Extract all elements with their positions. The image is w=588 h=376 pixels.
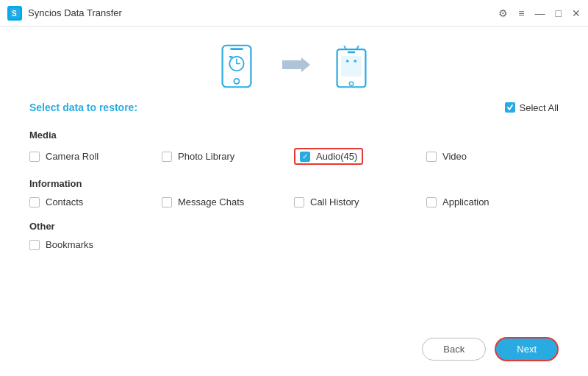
select-all-label[interactable]: Select All: [520, 102, 559, 113]
app-logo: S: [7, 6, 22, 21]
label-photo-library: Photo Library: [178, 151, 234, 162]
checkbox-application[interactable]: [426, 197, 437, 207]
check-item-video[interactable]: Video: [426, 148, 559, 165]
category-information-label: Information: [29, 178, 559, 189]
category-media-label: Media: [29, 130, 559, 141]
settings-icon[interactable]: ⚙: [498, 8, 508, 18]
media-items: Camera Roll Photo Library Audio(45) Vide…: [29, 148, 559, 165]
select-all-area[interactable]: Select All: [505, 102, 559, 113]
back-button[interactable]: Back: [422, 338, 486, 361]
title-bar-left: S Syncios Data Transfer: [7, 6, 122, 21]
svg-rect-12: [341, 56, 362, 77]
label-application: Application: [442, 196, 490, 207]
transfer-visual: [29, 26, 559, 102]
check-item-audio[interactable]: Audio(45): [294, 148, 426, 165]
checkbox-contacts[interactable]: [29, 197, 40, 207]
check-item-message-chats[interactable]: Message Chats: [162, 196, 294, 207]
checkbox-audio[interactable]: [300, 152, 310, 162]
label-contacts: Contacts: [46, 196, 83, 207]
check-item-call-history[interactable]: Call History: [294, 196, 426, 207]
menu-icon[interactable]: ≡: [518, 8, 524, 18]
checkbox-call-history[interactable]: [294, 197, 304, 207]
destination-phone-icon: [332, 44, 370, 88]
check-item-contacts[interactable]: Contacts: [29, 196, 162, 207]
label-message-chats: Message Chats: [178, 196, 244, 207]
checkbox-bookmarks[interactable]: [29, 240, 40, 250]
checkbox-photo-library[interactable]: [162, 152, 172, 162]
other-items: Bookmarks: [29, 239, 559, 250]
label-camera-roll: Camera Roll: [46, 151, 98, 162]
label-call-history: Call History: [310, 196, 359, 207]
app-title: Syncios Data Transfer: [28, 7, 122, 18]
label-video: Video: [442, 151, 467, 162]
title-bar-controls: ⚙ ≡ — □ ✕: [498, 8, 581, 18]
select-all-checkbox[interactable]: [505, 102, 515, 113]
svg-marker-8: [282, 57, 310, 72]
category-information: Information Contacts Message Chats Call …: [29, 175, 559, 218]
title-bar: S Syncios Data Transfer ⚙ ≡ — □ ✕: [0, 0, 588, 26]
main-content: Select data to restore: Select All Media…: [0, 26, 588, 376]
close-button[interactable]: ✕: [572, 8, 581, 18]
select-header: Select data to restore: Select All: [29, 102, 559, 113]
svg-text:S: S: [12, 10, 17, 18]
checkbox-camera-roll[interactable]: [29, 152, 40, 162]
bottom-bar: Back Next: [29, 330, 559, 361]
audio-highlighted-box[interactable]: Audio(45): [294, 148, 363, 165]
transfer-arrow: [278, 54, 310, 78]
checkbox-message-chats[interactable]: [162, 197, 172, 207]
check-item-photo-library[interactable]: Photo Library: [162, 148, 294, 165]
svg-rect-2: [223, 46, 251, 87]
category-other-label: Other: [29, 221, 559, 232]
check-item-bookmarks[interactable]: Bookmarks: [29, 239, 162, 250]
svg-point-14: [354, 60, 357, 63]
check-item-application[interactable]: Application: [426, 196, 559, 207]
minimize-button[interactable]: —: [535, 8, 545, 18]
label-audio: Audio(45): [316, 151, 357, 162]
maximize-button[interactable]: □: [556, 8, 562, 18]
svg-point-13: [346, 60, 349, 63]
checkbox-video[interactable]: [426, 152, 437, 162]
category-media: Media Camera Roll Photo Library Audio(45…: [29, 127, 559, 175]
svg-rect-16: [348, 52, 356, 54]
check-item-camera-roll[interactable]: Camera Roll: [29, 148, 162, 165]
source-phone-icon: [218, 44, 256, 88]
next-button[interactable]: Next: [495, 337, 559, 361]
information-items: Contacts Message Chats Call History Appl…: [29, 196, 559, 207]
label-bookmarks: Bookmarks: [46, 239, 93, 250]
select-data-title: Select data to restore:: [29, 102, 137, 113]
category-other: Other Bookmarks: [29, 218, 559, 260]
svg-rect-3: [230, 48, 243, 50]
